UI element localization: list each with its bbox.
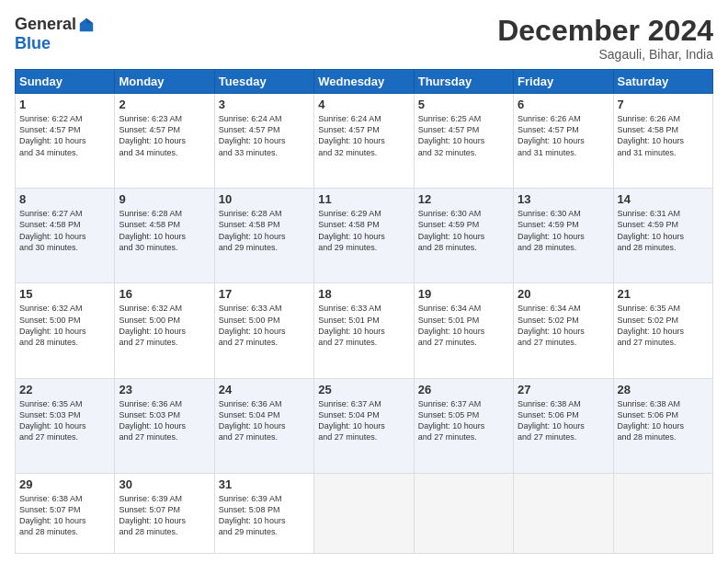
day-number: 17 xyxy=(219,287,310,301)
table-cell: 18Sunrise: 6:33 AM Sunset: 5:01 PM Dayli… xyxy=(314,283,414,378)
table-cell: 26Sunrise: 6:37 AM Sunset: 5:05 PM Dayli… xyxy=(414,378,513,473)
table-cell xyxy=(613,473,712,553)
calendar-week-4: 22Sunrise: 6:35 AM Sunset: 5:03 PM Dayli… xyxy=(16,378,713,473)
day-number: 8 xyxy=(19,192,110,206)
day-number: 31 xyxy=(219,477,310,491)
day-info: Sunrise: 6:37 AM Sunset: 5:04 PM Dayligh… xyxy=(318,398,409,443)
day-info: Sunrise: 6:36 AM Sunset: 5:04 PM Dayligh… xyxy=(219,398,310,443)
day-info: Sunrise: 6:39 AM Sunset: 5:07 PM Dayligh… xyxy=(119,493,210,538)
calendar-table: Sunday Monday Tuesday Wednesday Thursday… xyxy=(15,69,713,554)
table-cell xyxy=(514,473,613,553)
day-number: 28 xyxy=(618,383,709,396)
table-cell: 19Sunrise: 6:34 AM Sunset: 5:01 PM Dayli… xyxy=(414,283,513,378)
day-info: Sunrise: 6:30 AM Sunset: 4:59 PM Dayligh… xyxy=(418,208,509,253)
table-cell: 31Sunrise: 6:39 AM Sunset: 5:08 PM Dayli… xyxy=(214,473,313,553)
day-number: 30 xyxy=(119,477,210,491)
table-cell: 27Sunrise: 6:38 AM Sunset: 5:06 PM Dayli… xyxy=(514,378,613,473)
day-info: Sunrise: 6:24 AM Sunset: 4:57 PM Dayligh… xyxy=(318,113,409,158)
svg-marker-1 xyxy=(86,17,93,22)
day-info: Sunrise: 6:29 AM Sunset: 4:58 PM Dayligh… xyxy=(318,208,409,253)
table-cell: 22Sunrise: 6:35 AM Sunset: 5:03 PM Dayli… xyxy=(16,378,115,473)
day-info: Sunrise: 6:33 AM Sunset: 5:01 PM Dayligh… xyxy=(318,303,409,348)
day-number: 14 xyxy=(618,192,709,206)
day-info: Sunrise: 6:28 AM Sunset: 4:58 PM Dayligh… xyxy=(119,208,210,253)
day-info: Sunrise: 6:28 AM Sunset: 4:58 PM Dayligh… xyxy=(219,208,310,253)
day-info: Sunrise: 6:31 AM Sunset: 4:59 PM Dayligh… xyxy=(618,208,709,253)
day-number: 16 xyxy=(119,287,210,301)
day-info: Sunrise: 6:34 AM Sunset: 5:02 PM Dayligh… xyxy=(518,303,609,348)
day-number: 6 xyxy=(518,98,609,111)
day-number: 9 xyxy=(119,192,210,206)
day-info: Sunrise: 6:35 AM Sunset: 5:02 PM Dayligh… xyxy=(618,303,709,348)
table-cell: 5Sunrise: 6:25 AM Sunset: 4:57 PM Daylig… xyxy=(414,94,513,189)
col-sunday: Sunday xyxy=(16,70,115,94)
table-cell: 28Sunrise: 6:38 AM Sunset: 5:06 PM Dayli… xyxy=(613,378,712,473)
table-cell: 6Sunrise: 6:26 AM Sunset: 4:57 PM Daylig… xyxy=(514,94,613,189)
day-number: 15 xyxy=(19,287,110,301)
table-cell: 8Sunrise: 6:27 AM Sunset: 4:58 PM Daylig… xyxy=(16,189,115,283)
day-info: Sunrise: 6:36 AM Sunset: 5:03 PM Dayligh… xyxy=(119,398,210,443)
day-info: Sunrise: 6:32 AM Sunset: 5:00 PM Dayligh… xyxy=(119,303,210,348)
logo-blue-text: Blue xyxy=(15,34,51,53)
location-subtitle: Sagauli, Bihar, India xyxy=(497,47,713,62)
table-cell: 9Sunrise: 6:28 AM Sunset: 4:58 PM Daylig… xyxy=(115,189,214,283)
col-monday: Monday xyxy=(115,70,214,94)
header: General Blue December 2024 Sagauli, Biha… xyxy=(15,15,713,62)
day-number: 2 xyxy=(119,98,210,111)
day-number: 24 xyxy=(219,383,310,396)
day-number: 13 xyxy=(518,192,609,206)
day-number: 27 xyxy=(518,383,609,396)
calendar-week-1: 1Sunrise: 6:22 AM Sunset: 4:57 PM Daylig… xyxy=(16,94,713,189)
logo-general-text: General xyxy=(15,15,76,34)
day-number: 7 xyxy=(618,98,709,111)
day-info: Sunrise: 6:26 AM Sunset: 4:58 PM Dayligh… xyxy=(618,113,709,158)
day-info: Sunrise: 6:25 AM Sunset: 4:57 PM Dayligh… xyxy=(418,113,509,158)
title-section: December 2024 Sagauli, Bihar, India xyxy=(497,15,713,62)
day-info: Sunrise: 6:30 AM Sunset: 4:59 PM Dayligh… xyxy=(518,208,609,253)
table-cell: 1Sunrise: 6:22 AM Sunset: 4:57 PM Daylig… xyxy=(16,94,115,189)
day-info: Sunrise: 6:27 AM Sunset: 4:58 PM Dayligh… xyxy=(19,208,110,253)
day-info: Sunrise: 6:37 AM Sunset: 5:05 PM Dayligh… xyxy=(418,398,509,443)
day-info: Sunrise: 6:33 AM Sunset: 5:00 PM Dayligh… xyxy=(219,303,310,348)
table-cell: 24Sunrise: 6:36 AM Sunset: 5:04 PM Dayli… xyxy=(214,378,313,473)
calendar-week-5: 29Sunrise: 6:38 AM Sunset: 5:07 PM Dayli… xyxy=(16,473,713,553)
day-number: 21 xyxy=(618,287,709,301)
day-number: 1 xyxy=(19,98,110,111)
logo: General Blue xyxy=(15,15,95,53)
col-thursday: Thursday xyxy=(414,70,513,94)
logo-icon xyxy=(78,17,95,33)
table-cell: 29Sunrise: 6:38 AM Sunset: 5:07 PM Dayli… xyxy=(16,473,115,553)
table-cell: 12Sunrise: 6:30 AM Sunset: 4:59 PM Dayli… xyxy=(414,189,513,283)
calendar-week-2: 8Sunrise: 6:27 AM Sunset: 4:58 PM Daylig… xyxy=(16,189,713,283)
day-info: Sunrise: 6:26 AM Sunset: 4:57 PM Dayligh… xyxy=(518,113,609,158)
table-cell: 16Sunrise: 6:32 AM Sunset: 5:00 PM Dayli… xyxy=(115,283,214,378)
table-cell: 30Sunrise: 6:39 AM Sunset: 5:07 PM Dayli… xyxy=(115,473,214,553)
table-cell: 17Sunrise: 6:33 AM Sunset: 5:00 PM Dayli… xyxy=(214,283,313,378)
calendar-header-row: Sunday Monday Tuesday Wednesday Thursday… xyxy=(16,70,713,94)
page: General Blue December 2024 Sagauli, Biha… xyxy=(0,0,728,563)
table-cell: 13Sunrise: 6:30 AM Sunset: 4:59 PM Dayli… xyxy=(514,189,613,283)
table-cell: 15Sunrise: 6:32 AM Sunset: 5:00 PM Dayli… xyxy=(16,283,115,378)
col-tuesday: Tuesday xyxy=(214,70,313,94)
table-cell: 20Sunrise: 6:34 AM Sunset: 5:02 PM Dayli… xyxy=(514,283,613,378)
day-number: 19 xyxy=(418,287,509,301)
calendar-week-3: 15Sunrise: 6:32 AM Sunset: 5:00 PM Dayli… xyxy=(16,283,713,378)
table-cell: 11Sunrise: 6:29 AM Sunset: 4:58 PM Dayli… xyxy=(314,189,414,283)
day-info: Sunrise: 6:38 AM Sunset: 5:07 PM Dayligh… xyxy=(19,493,110,538)
day-info: Sunrise: 6:38 AM Sunset: 5:06 PM Dayligh… xyxy=(618,398,709,443)
day-info: Sunrise: 6:32 AM Sunset: 5:00 PM Dayligh… xyxy=(19,303,110,348)
day-info: Sunrise: 6:23 AM Sunset: 4:57 PM Dayligh… xyxy=(119,113,210,158)
table-cell: 23Sunrise: 6:36 AM Sunset: 5:03 PM Dayli… xyxy=(115,378,214,473)
day-number: 23 xyxy=(119,383,210,396)
table-cell: 10Sunrise: 6:28 AM Sunset: 4:58 PM Dayli… xyxy=(214,189,313,283)
day-info: Sunrise: 6:39 AM Sunset: 5:08 PM Dayligh… xyxy=(219,493,310,538)
day-info: Sunrise: 6:22 AM Sunset: 4:57 PM Dayligh… xyxy=(19,113,110,158)
day-info: Sunrise: 6:35 AM Sunset: 5:03 PM Dayligh… xyxy=(19,398,110,443)
table-cell: 21Sunrise: 6:35 AM Sunset: 5:02 PM Dayli… xyxy=(613,283,712,378)
month-title: December 2024 xyxy=(497,15,713,47)
day-number: 12 xyxy=(418,192,509,206)
day-info: Sunrise: 6:38 AM Sunset: 5:06 PM Dayligh… xyxy=(518,398,609,443)
day-number: 4 xyxy=(318,98,409,111)
table-cell: 4Sunrise: 6:24 AM Sunset: 4:57 PM Daylig… xyxy=(314,94,414,189)
day-info: Sunrise: 6:24 AM Sunset: 4:57 PM Dayligh… xyxy=(219,113,310,158)
